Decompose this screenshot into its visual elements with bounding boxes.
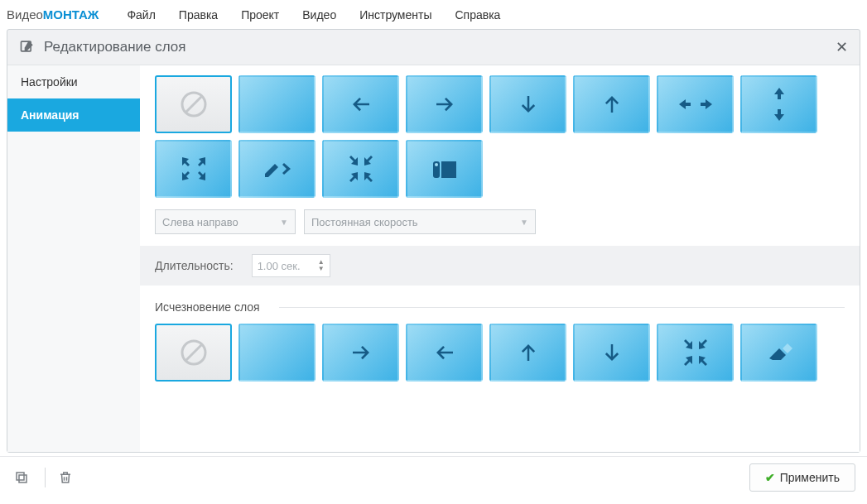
appear-speed-value: Постоянная скорость	[311, 216, 418, 228]
disappear-fade[interactable]	[238, 324, 315, 382]
disappear-up[interactable]	[489, 324, 566, 382]
menubar: ВидеоМОНТАЖ Файл Правка Проект Видео Инс…	[0, 0, 867, 29]
svg-rect-9	[17, 473, 24, 480]
appear-zoom-out[interactable]	[155, 140, 232, 198]
svg-line-2	[185, 96, 202, 113]
appear-left[interactable]	[322, 75, 399, 133]
chevron-down-icon: ▼	[280, 218, 288, 227]
appear-roll[interactable]	[406, 140, 483, 198]
appear-none[interactable]	[155, 75, 232, 133]
disappear-left[interactable]	[406, 324, 483, 382]
duration-value: 1.00 сек.	[258, 260, 301, 272]
appear-speed-select[interactable]: Постоянная скорость▼	[304, 209, 536, 234]
appear-direction-value: Слева направо	[162, 216, 238, 228]
appear-zoom-in[interactable]	[322, 140, 399, 198]
panel-title: Редактирование слоя	[44, 39, 186, 55]
disappear-down[interactable]	[573, 324, 650, 382]
delete-button[interactable]	[55, 468, 75, 487]
menu-file[interactable]: Файл	[115, 8, 166, 22]
spinner-buttons[interactable]: ▲▼	[318, 259, 325, 272]
disappear-right[interactable]	[322, 324, 399, 382]
svg-rect-4	[441, 161, 456, 178]
disappear-none[interactable]	[155, 324, 232, 382]
chevron-down-icon: ▼	[520, 218, 528, 227]
brand-part1: Видео	[7, 7, 43, 22]
footer-bar: ✔Применить	[0, 456, 867, 497]
appear-right[interactable]	[406, 75, 483, 133]
main-scroll[interactable]: Слева направо▼ Постоянная скорость▼ Длит…	[140, 65, 860, 452]
menu-tools[interactable]: Инструменты	[348, 8, 443, 22]
panel-header: Редактирование слоя ✕	[7, 30, 860, 65]
app-brand: ВидеоМОНТАЖ	[7, 7, 99, 22]
duration-spinner[interactable]: 1.00 сек. ▲▼	[252, 254, 330, 277]
layer-edit-panel: Редактирование слоя ✕ Настройки Анимация	[7, 29, 860, 453]
appear-thumbnails	[155, 75, 845, 198]
disappear-zoom-in[interactable]	[657, 324, 734, 382]
appear-vertical[interactable]	[740, 75, 817, 133]
disappear-section-label: Исчезновение слоя	[155, 300, 845, 314]
tab-animation[interactable]: Анимация	[7, 98, 140, 132]
appear-draw[interactable]	[238, 140, 315, 198]
appear-up[interactable]	[573, 75, 650, 133]
appear-horizontal[interactable]	[657, 75, 734, 133]
check-icon: ✔	[765, 471, 775, 484]
menu-help[interactable]: Справка	[443, 8, 512, 22]
menu-video[interactable]: Видео	[291, 8, 348, 22]
svg-rect-8	[19, 475, 26, 482]
duration-row: Длительность: 1.00 сек. ▲▼	[140, 246, 860, 286]
appear-down[interactable]	[489, 75, 566, 133]
svg-line-7	[185, 344, 202, 361]
appear-direction-select[interactable]: Слева направо▼	[155, 209, 296, 234]
disappear-thumbnails	[155, 324, 845, 382]
svg-point-5	[435, 163, 438, 166]
apply-button[interactable]: ✔Применить	[749, 463, 855, 492]
edit-icon	[19, 38, 36, 57]
duration-label: Длительность:	[155, 259, 234, 272]
menu-project[interactable]: Проект	[229, 8, 291, 22]
appear-dropdowns: Слева направо▼ Постоянная скорость▼	[155, 209, 845, 234]
tab-settings[interactable]: Настройки	[7, 65, 140, 98]
duplicate-button[interactable]	[12, 468, 31, 487]
side-tabs: Настройки Анимация	[7, 65, 140, 452]
appear-fade[interactable]	[238, 75, 315, 133]
close-button[interactable]: ✕	[836, 38, 848, 56]
brand-part2: МОНТАЖ	[43, 7, 99, 22]
menu-edit[interactable]: Правка	[167, 8, 229, 22]
apply-label: Применить	[780, 471, 840, 484]
disappear-erase[interactable]	[740, 324, 817, 382]
footer-separator	[45, 468, 46, 487]
